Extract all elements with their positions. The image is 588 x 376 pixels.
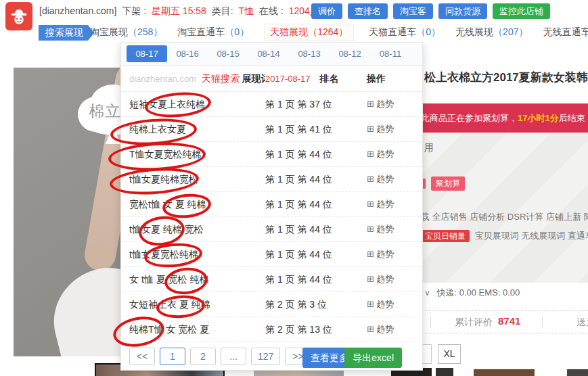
keyword-cell: T恤女夏宽松纯棉 [129,142,265,166]
page-2-button[interactable]: 2 [190,348,216,365]
chevron-down-icon[interactable]: ∨ [424,288,430,298]
date-tab-08-11[interactable]: 08-11 [370,45,411,62]
date-tab-08-12[interactable]: 08-12 [330,45,370,62]
thumbnail[interactable] [436,368,453,376]
rank-cell: 第 1 页 第 37 位 [265,92,367,116]
trend-expand-icon: ⊞ [367,274,374,284]
keyword-cell: 女短袖上衣 夏 纯棉 [129,292,265,316]
trend-expand-icon: ⊞ [367,149,374,159]
trend-link[interactable]: ⊞趋势 [367,92,414,116]
shipping-text: 快递: 0.00 EMS: 0.00 [436,287,520,298]
table-row: 女短袖上衣 夏 纯棉 第 2 页 第 3 位 ⊞趋势 [121,292,422,317]
dotted-divider [425,310,588,311]
trend-link[interactable]: ⊞趋势 [367,242,414,266]
category-value: T恤 [239,5,254,16]
table-row: 短袖女夏上衣纯棉 第 1 页 第 37 位 ⊞趋势 [121,92,422,117]
tab-wireless-display[interactable]: 无线展现（207） [455,26,528,39]
date-tab-08-13[interactable]: 08-13 [289,45,330,62]
online-label: 在线 : [259,5,284,16]
page-prev-button[interactable]: << [129,348,155,365]
trend-expand-icon: ⊞ [367,174,374,184]
trend-link[interactable]: ⊞趋势 [367,292,414,316]
fee-text-fragment: 用 [424,142,434,154]
tool-links-row1[interactable]: 载 全店销售 店铺分析 DSR计算 店铺上新 降权 [421,211,588,223]
vertical-divider [430,316,431,328]
monitor-shop-button[interactable]: 监控此店铺 [493,3,550,19]
keyword-cell: 女 t恤 夏 宽松 纯棉 [129,267,265,291]
trend-link[interactable]: ⊞趋势 [367,267,414,291]
table-row: 纯棉T恤 女 宽松 夏 第 2 页 第 13 位 ⊞趋势 [121,317,422,342]
promo-countdown: 17小时1分 [518,113,559,123]
rank-cell: 第 1 页 第 44 位 [265,192,367,216]
rank-cell: 第 1 页 第 44 位 [265,142,367,166]
trend-link[interactable]: ⊞趋势 [367,192,414,216]
screen: [dianzhentan.com] 下架 : 星期五 15:58 类目: T恤 … [0,0,588,376]
topbar-buttons: 调价 查排名 淘宝客 同款货源 监控此店铺 [311,3,550,19]
date-tab-08-15[interactable]: 08-15 [208,45,248,62]
rank-cell: 第 2 页 第 3 位 [265,292,367,316]
tool-links-row2-text[interactable]: 宝贝展现词 无线展现词 直通车分 [475,231,588,241]
action-col-header: 操作 [367,66,414,91]
category-label: 类目: [212,5,233,16]
page-127-button[interactable]: 127 [251,348,280,365]
detective-logo-icon[interactable] [5,2,32,30]
date-tab-08-16[interactable]: 08-16 [167,45,208,62]
thumbnail[interactable] [474,369,535,376]
tab-wireless-ztc[interactable]: 无线直通车（0） [543,26,588,39]
tab-taobao-ztc[interactable]: 淘宝直通车（0） [177,26,249,39]
trend-expand-icon: ⊞ [367,324,374,334]
date-tab-08-17[interactable]: 08-17 [127,45,167,62]
check-rank-button[interactable]: 查排名 [348,3,388,19]
daily-sales-badge[interactable]: 宝贝日销量 [421,230,470,242]
size-chip-xl[interactable]: XL [438,344,461,364]
watermark-brand: dianzhentan.com [129,74,196,84]
nav-tabs-row: 搜索展现 淘宝展现（258） 淘宝直通车（0） 天猫展现（1264） 天猫直通车… [0,22,588,42]
promo-image-texture [420,133,588,283]
shipping-info: ∨ 快递: 0.00 EMS: 0.00 [424,287,520,299]
tab-search-display[interactable]: 搜索展现 [39,25,94,41]
page-1-button[interactable]: 1 [160,348,185,365]
rating-label: 累计评价 [455,316,493,329]
table-row: 纯棉上衣女夏 第 1 页 第 41 位 ⊞趋势 [121,117,422,142]
same-source-button[interactable]: 同款货源 [438,3,487,19]
nav-items: 淘宝展现（258） 淘宝直通车（0） 天猫展现（1264） 天猫直通车（0） 无… [90,22,588,42]
table-row: t恤女夏宽松纯棉 第 1 页 第 44 位 ⊞趋势 [121,242,422,267]
trend-link[interactable]: ⊞趋势 [367,142,414,166]
page-ellipsis-button[interactable]: ... [221,348,246,365]
rank-cell: 第 1 页 第 44 位 [265,217,367,241]
tab-tmall-display[interactable]: 天猫展现（1264） [264,24,354,41]
rank-col-header: 排名 [319,73,338,84]
topbar-status: [dianzhentan.com] 下架 : 星期五 15:58 类目: T恤 … [39,5,322,18]
promo-suffix: 后结束，请 [559,113,588,123]
trend-link[interactable]: ⊞趋势 [367,167,414,191]
tab-tmall-ztc[interactable]: 天猫直通车（0） [369,26,440,39]
tool-links-row2: 宝贝日销量 宝贝展现词 无线展现词 直通车分 [421,230,588,242]
adjust-price-button[interactable]: 调价 [311,3,342,19]
export-excel-button[interactable]: 导出excel [344,348,402,368]
rating-count[interactable]: 8741 [498,315,520,327]
points-text-fragment: 送天 [576,316,588,329]
trend-link[interactable]: ⊞趋势 [367,217,414,241]
report-date: 2017-08-17 [265,74,311,84]
juhuasuan-badge[interactable]: 聚划算 [431,177,465,191]
trend-expand-icon: ⊞ [367,99,374,109]
offshelf-label: 下架 : [122,5,146,16]
trend-expand-icon: ⊞ [367,124,374,134]
topbar: [dianzhentan.com] 下架 : 星期五 15:58 类目: T恤 … [0,0,588,22]
cloud-trunk [105,133,121,144]
date-tab-08-14[interactable]: 08-14 [248,45,289,62]
taobaoke-button[interactable]: 淘宝客 [393,3,433,19]
rank-cell: 第 1 页 第 41 位 [265,117,367,141]
trend-link[interactable]: ⊞趋势 [367,117,414,141]
trend-link[interactable]: ⊞趋势 [367,317,414,342]
tab-taobao-display[interactable]: 淘宝展现（258） [90,26,162,39]
promo-prefix: 此商品正在参加聚划算， [421,113,518,123]
keyword-col-header: 展现词 [242,73,265,84]
table-row: t恤女夏纯棉宽松 第 1 页 第 44 位 ⊞趋势 [121,167,422,192]
keyword-cell: 纯棉T恤 女 宽松 夏 [129,317,265,342]
keyword-cell: 纯棉上衣女夏 [129,117,265,141]
thumbnail[interactable] [567,369,588,376]
badge-fragment [423,179,426,189]
trend-expand-icon: ⊞ [367,249,374,259]
keyword-cell: 短袖女夏上衣纯棉 [129,92,265,116]
